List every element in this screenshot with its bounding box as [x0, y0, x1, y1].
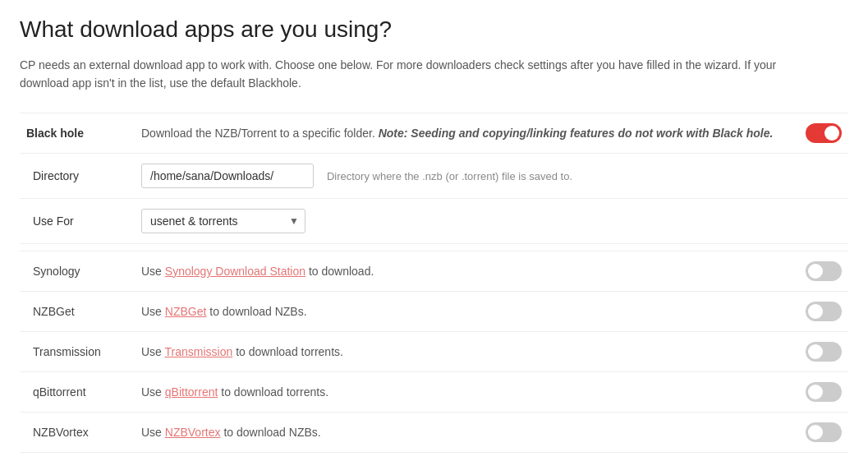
downloader-toggle-slider-2: [806, 342, 842, 362]
downloader-content-2: Use Transmission to download torrents.: [135, 331, 783, 371]
blackhole-description-plain: Download the NZB/Torrent to a specific f…: [141, 127, 375, 140]
downloader-link-1[interactable]: NZBGet: [165, 305, 207, 318]
downloader-toggle-slider-3: [806, 382, 842, 402]
downloader-toggle-0[interactable]: [806, 261, 842, 281]
blackhole-row: Black hole Download the NZB/Torrent to a…: [20, 113, 848, 153]
downloader-label-3: qBittorrent: [20, 371, 135, 412]
downloader-toggle-4[interactable]: [806, 422, 842, 442]
downloader-label-4: NZBVortex: [20, 412, 135, 452]
downloader-row: qBittorrentUse qBittorrent to download t…: [20, 371, 848, 412]
blackhole-toggle-slider: [806, 123, 842, 143]
downloader-link-4[interactable]: NZBVortex: [165, 426, 221, 439]
downloader-text-after-4: to download NZBs.: [221, 426, 321, 439]
downloader-content-1: Use NZBGet to download NZBs.: [135, 291, 783, 331]
downloader-text-after-3: to download torrents.: [218, 385, 328, 399]
downloader-label-2: Transmission: [20, 331, 135, 371]
downloader-toggle-2[interactable]: [806, 342, 842, 362]
downloader-link-3[interactable]: qBittorrent: [165, 385, 218, 399]
page-title: What download apps are you using?: [20, 16, 848, 43]
downloader-toggle-1[interactable]: [806, 302, 842, 321]
downloader-label-0: Synology: [20, 251, 135, 291]
downloader-row: NZBVortexUse NZBVortex to download NZBs.: [20, 412, 848, 452]
downloader-text-before-3: Use: [141, 385, 165, 399]
downloader-row: SynologyUse Synology Download Station to…: [20, 251, 848, 291]
downloader-row: SabnzbdUse SABnzbd (0.7+) to download NZ…: [20, 452, 848, 461]
downloader-link-2[interactable]: Transmission: [165, 345, 233, 358]
downloader-toggle-3[interactable]: [806, 382, 842, 402]
downloader-text-before-4: Use: [141, 426, 165, 439]
directory-row: Directory Directory where the .nzb (or .…: [20, 153, 848, 198]
downloader-text-after-1: to download NZBs.: [206, 305, 306, 318]
page-description: CP needs an external download app to wor…: [20, 56, 808, 93]
downloader-text-before-1: Use: [141, 305, 165, 318]
downloader-content-0: Use Synology Download Station to downloa…: [135, 251, 783, 291]
downloader-text-before-2: Use: [141, 345, 165, 358]
downloader-row: NZBGetUse NZBGet to download NZBs.: [20, 291, 848, 331]
settings-table: Black hole Download the NZB/Torrent to a…: [20, 113, 848, 244]
downloader-toggle-slider-0: [806, 261, 842, 281]
downloader-toggle-slider-4: [806, 422, 842, 442]
downloader-text-after-0: to download.: [305, 265, 374, 278]
downloader-content-4: Use NZBVortex to download NZBs.: [135, 412, 783, 452]
blackhole-toggle[interactable]: [806, 123, 842, 143]
downloader-content-5: Use SABnzbd (0.7+) to download NZBs.: [135, 452, 783, 461]
downloader-label-1: NZBGet: [20, 291, 135, 331]
downloader-label-5: Sabnzbd: [20, 452, 135, 461]
use-for-select[interactable]: usenet & torrents usenet only torrents o…: [141, 209, 305, 233]
blackhole-label: Black hole: [26, 127, 84, 140]
downloader-content-3: Use qBittorrent to download torrents.: [135, 371, 783, 412]
blackhole-description-note: Note: Seeding and copying/linking featur…: [379, 127, 774, 140]
directory-hint: Directory where the .nzb (or .torrent) f…: [327, 170, 572, 182]
downloader-toggle-slider-1: [806, 302, 842, 321]
downloaders-table: SynologyUse Synology Download Station to…: [20, 251, 848, 461]
downloader-link-0[interactable]: Synology Download Station: [165, 265, 305, 278]
downloader-row: TransmissionUse Transmission to download…: [20, 331, 848, 371]
use-for-row: Use For usenet & torrents usenet only to…: [20, 198, 848, 243]
use-for-label: Use For: [33, 214, 74, 228]
directory-label: Directory: [33, 169, 79, 182]
downloader-text-before-0: Use: [141, 265, 165, 278]
directory-input[interactable]: [141, 164, 314, 188]
downloader-text-after-2: to download torrents.: [232, 345, 343, 358]
use-for-wrapper: usenet & torrents usenet only torrents o…: [141, 209, 305, 233]
